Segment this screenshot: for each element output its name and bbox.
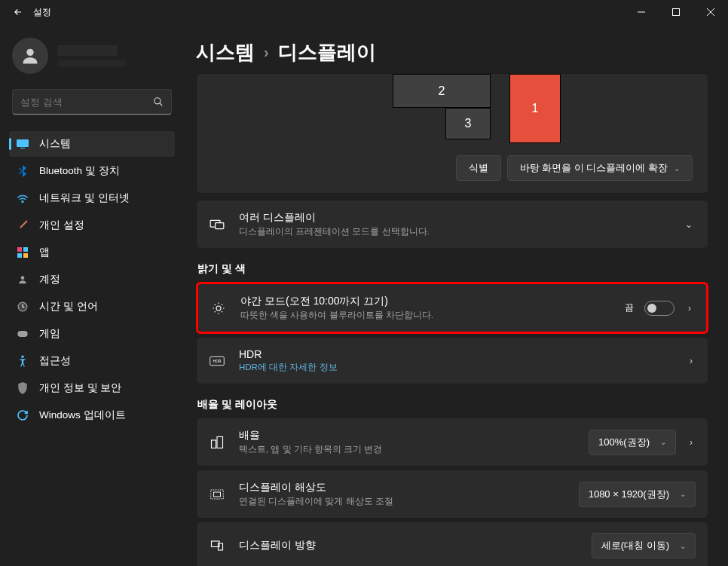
night-light-title: 야간 모드(오전 10:00까지 끄기) xyxy=(240,295,611,308)
update-icon xyxy=(17,409,29,421)
titlebar: 설정 xyxy=(0,0,728,24)
svg-rect-25 xyxy=(211,490,224,499)
svg-rect-1 xyxy=(673,9,680,16)
minimize-button[interactable] xyxy=(624,0,659,24)
back-button[interactable] xyxy=(6,0,30,24)
resolution-card[interactable]: 디스플레이 해상도 연결된 디스플레이에 맞게 해상도 조절 1080 × 19… xyxy=(196,470,708,519)
accounts-icon xyxy=(17,274,29,286)
apps-icon xyxy=(17,246,29,259)
orientation-dropdown[interactable]: 세로(대칭 이동) ⌄ xyxy=(592,533,696,558)
sidebar-item-apps[interactable]: 앱 xyxy=(9,240,175,265)
chevron-down-icon[interactable]: ⌄ xyxy=(682,216,696,233)
sidebar-item-accessibility[interactable]: 접근성 xyxy=(9,348,175,374)
orientation-title: 디스플레이 방향 xyxy=(239,539,578,552)
sidebar-item-update[interactable]: Windows 업데이트 xyxy=(9,402,175,428)
resolution-icon xyxy=(209,489,225,500)
bluetooth-icon xyxy=(17,165,29,177)
svg-line-6 xyxy=(160,103,163,106)
orientation-icon xyxy=(209,540,225,552)
sidebar-item-system[interactable]: 시스템 xyxy=(9,131,175,157)
multiple-displays-icon xyxy=(209,219,225,231)
time-icon xyxy=(17,301,29,313)
svg-text:HDR: HDR xyxy=(213,359,222,363)
multiple-displays-title: 여러 디스플레이 xyxy=(239,211,668,225)
resolution-sub: 연결된 디스플레이에 맞게 해상도 조절 xyxy=(239,496,565,507)
svg-rect-26 xyxy=(214,492,221,497)
user-profile[interactable] xyxy=(9,32,175,84)
breadcrumb-current: 디스플레이 xyxy=(278,39,376,66)
breadcrumb-parent[interactable]: 시스템 xyxy=(196,39,255,66)
user-email xyxy=(57,60,125,67)
window-title: 설정 xyxy=(30,6,51,19)
multiple-displays-card[interactable]: 여러 디스플레이 디스플레이의 프레젠테이션 모드를 선택합니다. ⌄ xyxy=(196,200,708,249)
svg-rect-24 xyxy=(217,436,223,448)
close-button[interactable] xyxy=(693,0,728,24)
avatar xyxy=(12,38,48,74)
svg-point-17 xyxy=(21,356,23,358)
brush-icon xyxy=(17,219,29,231)
night-light-state: 끔 xyxy=(625,301,634,314)
svg-point-14 xyxy=(21,276,25,280)
svg-point-4 xyxy=(26,49,33,56)
identify-button[interactable]: 식별 xyxy=(456,155,501,181)
svg-rect-7 xyxy=(17,139,29,147)
hdr-link[interactable]: HDR에 대한 자세한 정보 xyxy=(239,362,673,373)
night-light-icon xyxy=(210,301,227,315)
resolution-dropdown[interactable]: 1080 × 1920(권장) ⌄ xyxy=(579,482,696,507)
hdr-title: HDR xyxy=(239,348,673,360)
scale-sub: 텍스트, 앱 및 기타 항목의 크기 변경 xyxy=(239,444,575,455)
sidebar-item-privacy[interactable]: 개인 정보 및 보안 xyxy=(9,375,175,401)
svg-rect-10 xyxy=(17,247,22,252)
resolution-title: 디스플레이 해상도 xyxy=(239,481,565,494)
search-input-container[interactable] xyxy=(12,89,172,115)
system-icon xyxy=(17,138,29,150)
svg-rect-16 xyxy=(17,331,27,337)
chevron-right-icon[interactable]: › xyxy=(685,300,694,317)
maximize-button[interactable] xyxy=(659,0,693,24)
chevron-down-icon: ⌄ xyxy=(674,164,680,173)
sidebar-item-network[interactable]: 네트워크 및 인터넷 xyxy=(9,185,175,211)
sidebar-item-gaming[interactable]: 게임 xyxy=(9,321,175,347)
display-arrangement-card: 2 3 1 식별 바탕 화면을 이 디스플레이에 확장 ⌄ xyxy=(196,73,708,194)
chevron-right-icon[interactable]: › xyxy=(687,353,696,369)
svg-point-20 xyxy=(216,306,221,311)
scale-card[interactable]: 배율 텍스트, 앱 및 기타 항목의 크기 변경 100%(권장) ⌄ › xyxy=(196,418,708,467)
svg-rect-12 xyxy=(17,253,22,258)
monitor-3[interactable]: 3 xyxy=(445,108,491,139)
wifi-icon xyxy=(17,192,29,204)
scale-dropdown[interactable]: 100%(권장) ⌄ xyxy=(589,430,676,455)
svg-rect-13 xyxy=(23,253,28,258)
chevron-right-icon: › xyxy=(264,44,269,61)
orientation-card[interactable]: 디스플레이 방향 세로(대칭 이동) ⌄ xyxy=(196,522,708,566)
search-icon xyxy=(153,96,164,107)
sidebar-item-time-language[interactable]: 시간 및 언어 xyxy=(9,294,175,320)
chevron-down-icon: ⌄ xyxy=(680,490,686,498)
sidebar-item-bluetooth[interactable]: Bluetooth 및 장치 xyxy=(9,158,175,184)
monitor-2[interactable]: 2 xyxy=(393,74,491,108)
breadcrumb: 시스템 › 디스플레이 xyxy=(196,39,708,66)
scale-icon xyxy=(209,436,225,449)
night-light-card[interactable]: 야간 모드(오전 10:00까지 끄기) 따뜻한 색을 사용하여 블루라이트를 … xyxy=(196,282,708,334)
hdr-icon: HDR xyxy=(209,356,225,366)
shield-icon xyxy=(17,382,29,394)
section-brightness-color: 밝기 및 색 xyxy=(197,262,708,276)
chevron-right-icon[interactable]: › xyxy=(687,434,696,451)
user-name xyxy=(57,45,118,56)
chevron-down-icon: ⌄ xyxy=(660,438,666,446)
svg-rect-23 xyxy=(212,440,216,448)
hdr-card[interactable]: HDR HDR HDR에 대한 자세한 정보 › xyxy=(196,337,708,384)
accessibility-icon xyxy=(17,355,29,367)
extend-display-dropdown[interactable]: 바탕 화면을 이 디스플레이에 확장 ⌄ xyxy=(507,155,693,181)
night-light-sub: 따뜻한 색을 사용하여 블루라이트를 차단합니다. xyxy=(240,310,611,321)
svg-rect-19 xyxy=(216,222,224,228)
svg-rect-8 xyxy=(20,148,25,148)
night-light-toggle[interactable] xyxy=(644,301,674,316)
svg-rect-11 xyxy=(23,247,28,252)
gaming-icon xyxy=(17,328,29,340)
sidebar-item-accounts[interactable]: 계정 xyxy=(9,267,175,292)
sidebar-item-personalization[interactable]: 개인 설정 xyxy=(9,213,175,238)
section-scale-layout: 배율 및 레이아웃 xyxy=(197,398,708,411)
search-input[interactable] xyxy=(20,96,153,108)
svg-point-5 xyxy=(154,98,161,104)
monitor-1[interactable]: 1 xyxy=(509,74,561,143)
